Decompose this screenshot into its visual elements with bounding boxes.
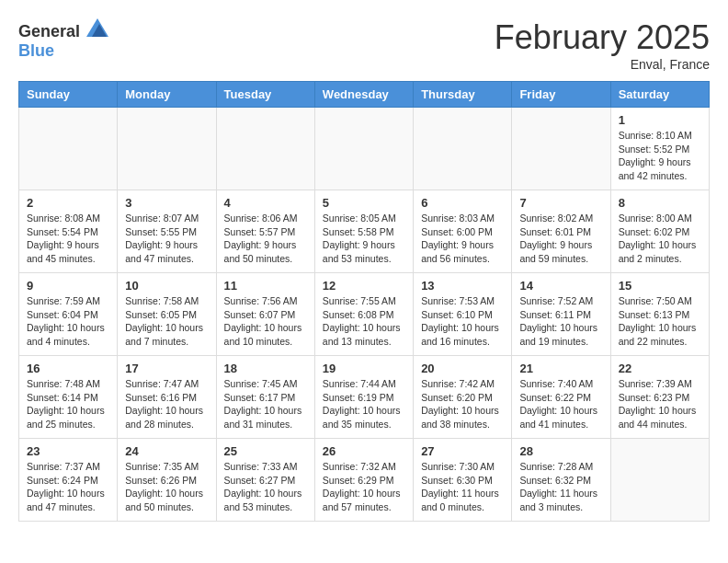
day-number: 3 <box>125 196 208 210</box>
calendar-cell: 12Sunrise: 7:55 AM Sunset: 6:08 PM Dayli… <box>314 273 413 356</box>
day-number: 2 <box>27 196 109 210</box>
day-info: Sunrise: 7:28 AM Sunset: 6:32 PM Dayligh… <box>519 460 602 514</box>
calendar-cell: 22Sunrise: 7:39 AM Sunset: 6:23 PM Dayli… <box>610 356 709 439</box>
calendar: SundayMondayTuesdayWednesdayThursdayFrid… <box>18 81 710 522</box>
calendar-cell <box>610 439 709 522</box>
day-info: Sunrise: 7:48 AM Sunset: 6:14 PM Dayligh… <box>27 377 109 431</box>
day-info: Sunrise: 7:44 AM Sunset: 6:19 PM Dayligh… <box>323 377 405 431</box>
day-number: 27 <box>421 444 504 458</box>
day-number: 6 <box>421 196 504 210</box>
week-row-5: 23Sunrise: 7:37 AM Sunset: 6:24 PM Dayli… <box>19 439 710 522</box>
day-number: 13 <box>421 279 504 293</box>
calendar-cell: 23Sunrise: 7:37 AM Sunset: 6:24 PM Dayli… <box>19 439 118 522</box>
day-info: Sunrise: 7:58 AM Sunset: 6:05 PM Dayligh… <box>125 294 208 349</box>
day-number: 16 <box>27 362 109 375</box>
day-number: 20 <box>421 362 504 375</box>
logo-general: General <box>18 22 80 40</box>
day-info: Sunrise: 7:47 AM Sunset: 6:16 PM Dayligh… <box>125 377 208 431</box>
calendar-cell: 7Sunrise: 8:02 AM Sunset: 6:01 PM Daylig… <box>512 190 610 273</box>
calendar-cell: 16Sunrise: 7:48 AM Sunset: 6:14 PM Dayli… <box>19 356 118 439</box>
calendar-cell: 6Sunrise: 8:03 AM Sunset: 6:00 PM Daylig… <box>414 190 512 273</box>
day-info: Sunrise: 7:32 AM Sunset: 6:29 PM Dayligh… <box>323 460 405 514</box>
weekday-header-thursday: Thursday <box>414 82 512 108</box>
week-row-1: 1Sunrise: 8:10 AM Sunset: 5:52 PM Daylig… <box>19 108 710 190</box>
day-number: 21 <box>519 362 602 375</box>
calendar-cell: 8Sunrise: 8:00 AM Sunset: 6:02 PM Daylig… <box>610 190 709 273</box>
day-number: 11 <box>224 279 307 293</box>
day-info: Sunrise: 8:07 AM Sunset: 5:55 PM Dayligh… <box>125 212 208 266</box>
day-info: Sunrise: 7:59 AM Sunset: 6:04 PM Dayligh… <box>27 294 109 349</box>
day-number: 7 <box>519 196 602 210</box>
weekday-header-row: SundayMondayTuesdayWednesdayThursdayFrid… <box>19 82 710 108</box>
day-info: Sunrise: 7:37 AM Sunset: 6:24 PM Dayligh… <box>27 460 109 514</box>
calendar-cell: 19Sunrise: 7:44 AM Sunset: 6:19 PM Dayli… <box>314 356 413 439</box>
calendar-cell: 15Sunrise: 7:50 AM Sunset: 6:13 PM Dayli… <box>610 273 709 356</box>
weekday-header-wednesday: Wednesday <box>314 82 413 108</box>
calendar-cell: 25Sunrise: 7:33 AM Sunset: 6:27 PM Dayli… <box>216 439 314 522</box>
calendar-cell <box>216 108 314 190</box>
day-number: 15 <box>619 279 701 293</box>
calendar-cell: 14Sunrise: 7:52 AM Sunset: 6:11 PM Dayli… <box>512 273 610 356</box>
calendar-cell: 10Sunrise: 7:58 AM Sunset: 6:05 PM Dayli… <box>118 273 216 356</box>
calendar-cell: 5Sunrise: 8:05 AM Sunset: 5:58 PM Daylig… <box>314 190 413 273</box>
calendar-cell <box>118 108 216 190</box>
weekday-header-sunday: Sunday <box>19 82 118 108</box>
calendar-cell: 13Sunrise: 7:53 AM Sunset: 6:10 PM Dayli… <box>414 273 512 356</box>
calendar-cell: 3Sunrise: 8:07 AM Sunset: 5:55 PM Daylig… <box>118 190 216 273</box>
day-number: 28 <box>519 444 602 458</box>
day-info: Sunrise: 8:10 AM Sunset: 5:52 PM Dayligh… <box>619 129 701 183</box>
week-row-2: 2Sunrise: 8:08 AM Sunset: 5:54 PM Daylig… <box>19 190 710 273</box>
calendar-cell: 18Sunrise: 7:45 AM Sunset: 6:17 PM Dayli… <box>216 356 314 439</box>
calendar-cell <box>512 108 610 190</box>
calendar-cell: 11Sunrise: 7:56 AM Sunset: 6:07 PM Dayli… <box>216 273 314 356</box>
day-number: 22 <box>619 362 701 375</box>
day-number: 5 <box>323 196 405 210</box>
day-info: Sunrise: 8:06 AM Sunset: 5:57 PM Dayligh… <box>224 212 307 266</box>
calendar-cell: 2Sunrise: 8:08 AM Sunset: 5:54 PM Daylig… <box>19 190 118 273</box>
day-info: Sunrise: 7:33 AM Sunset: 6:27 PM Dayligh… <box>224 460 307 514</box>
title-area: February 2025 Enval, France <box>495 18 710 72</box>
day-number: 25 <box>224 444 307 458</box>
weekday-header-saturday: Saturday <box>610 82 709 108</box>
day-number: 17 <box>125 362 208 375</box>
weekday-header-tuesday: Tuesday <box>216 82 314 108</box>
logo-text: General Blue <box>18 18 108 61</box>
day-number: 14 <box>519 279 602 293</box>
day-info: Sunrise: 7:55 AM Sunset: 6:08 PM Dayligh… <box>323 294 405 349</box>
weekday-header-friday: Friday <box>512 82 610 108</box>
day-info: Sunrise: 7:50 AM Sunset: 6:13 PM Dayligh… <box>619 294 701 349</box>
week-row-3: 9Sunrise: 7:59 AM Sunset: 6:04 PM Daylig… <box>19 273 710 356</box>
location: Enval, France <box>495 57 710 72</box>
day-number: 10 <box>125 279 208 293</box>
calendar-cell: 20Sunrise: 7:42 AM Sunset: 6:20 PM Dayli… <box>414 356 512 439</box>
day-info: Sunrise: 7:56 AM Sunset: 6:07 PM Dayligh… <box>224 294 307 349</box>
day-info: Sunrise: 7:53 AM Sunset: 6:10 PM Dayligh… <box>421 294 504 349</box>
day-number: 1 <box>619 113 701 127</box>
calendar-cell: 28Sunrise: 7:28 AM Sunset: 6:32 PM Dayli… <box>512 439 610 522</box>
day-number: 12 <box>323 279 405 293</box>
day-info: Sunrise: 7:40 AM Sunset: 6:22 PM Dayligh… <box>519 377 602 431</box>
day-number: 19 <box>323 362 405 375</box>
calendar-cell: 9Sunrise: 7:59 AM Sunset: 6:04 PM Daylig… <box>19 273 118 356</box>
calendar-cell: 4Sunrise: 8:06 AM Sunset: 5:57 PM Daylig… <box>216 190 314 273</box>
calendar-cell <box>314 108 413 190</box>
day-info: Sunrise: 8:00 AM Sunset: 6:02 PM Dayligh… <box>619 212 701 266</box>
day-number: 24 <box>125 444 208 458</box>
day-number: 18 <box>224 362 307 375</box>
calendar-cell: 27Sunrise: 7:30 AM Sunset: 6:30 PM Dayli… <box>414 439 512 522</box>
day-number: 8 <box>619 196 701 210</box>
day-number: 4 <box>224 196 307 210</box>
day-info: Sunrise: 8:05 AM Sunset: 5:58 PM Dayligh… <box>323 212 405 266</box>
calendar-cell <box>414 108 512 190</box>
week-row-4: 16Sunrise: 7:48 AM Sunset: 6:14 PM Dayli… <box>19 356 710 439</box>
weekday-header-monday: Monday <box>118 82 216 108</box>
logo-blue: Blue <box>18 41 54 60</box>
day-info: Sunrise: 8:02 AM Sunset: 6:01 PM Dayligh… <box>519 212 602 266</box>
day-info: Sunrise: 7:35 AM Sunset: 6:26 PM Dayligh… <box>125 460 208 514</box>
calendar-cell: 1Sunrise: 8:10 AM Sunset: 5:52 PM Daylig… <box>610 108 709 190</box>
day-info: Sunrise: 7:45 AM Sunset: 6:17 PM Dayligh… <box>224 377 307 431</box>
calendar-cell: 17Sunrise: 7:47 AM Sunset: 6:16 PM Dayli… <box>118 356 216 439</box>
calendar-cell: 21Sunrise: 7:40 AM Sunset: 6:22 PM Dayli… <box>512 356 610 439</box>
calendar-cell: 24Sunrise: 7:35 AM Sunset: 6:26 PM Dayli… <box>118 439 216 522</box>
calendar-cell: 26Sunrise: 7:32 AM Sunset: 6:29 PM Dayli… <box>314 439 413 522</box>
